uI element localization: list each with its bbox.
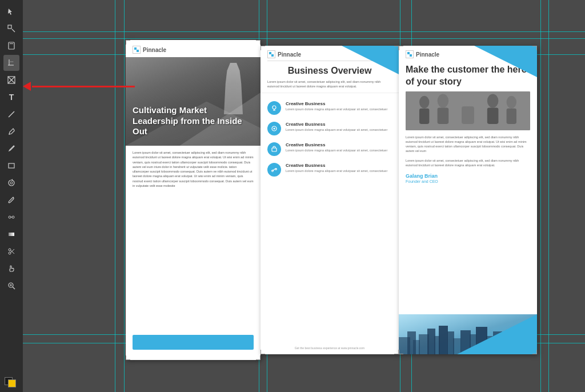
background-color-swatch[interactable]: [8, 379, 16, 387]
p1-header: Pinnacle: [126, 40, 261, 57]
tool-type[interactable]: T: [3, 89, 19, 105]
p1-body-text: Lorem ipsum dolor sit amet, consectetuer…: [133, 150, 254, 188]
tool-blend[interactable]: [3, 209, 19, 225]
page-1: Pinnacle Cultivating Market Leadership f…: [126, 40, 261, 360]
p2-item-text-2: Lorem ipsum dolore magna aliquam erat vo…: [286, 128, 387, 133]
svg-rect-13: [9, 163, 14, 168]
p1-logo: Pinnacle: [133, 46, 166, 54]
tool-zoom[interactable]: [3, 278, 19, 294]
svg-rect-19: [9, 233, 14, 236]
p2-item-title-3: Creative Business: [286, 142, 387, 147]
p1-body: Lorem ipsum dolor sit amet, consectetuer…: [126, 146, 261, 193]
p2-item-text-3: Lorem ipsum dolore magna aliquam erat vo…: [286, 149, 387, 153]
svg-point-36: [274, 127, 275, 129]
p3-logo: Pinnacle: [406, 50, 439, 58]
svg-rect-44: [419, 108, 429, 123]
p1-title-block: Cultivating Market Leadership from the I…: [133, 105, 255, 137]
p2-intro: Lorem ipsum dolor sit amet, consectetuer…: [261, 79, 399, 93]
svg-line-10: [9, 111, 14, 117]
p2-item-2: Creative Business Lorem ipsum dolore mag…: [261, 118, 399, 139]
tool-page[interactable]: [3, 38, 19, 54]
svg-rect-48: [462, 106, 474, 124]
tool-rotate[interactable]: [3, 175, 19, 191]
p3-author-name: Galang Brian: [399, 173, 537, 179]
svg-rect-52: [507, 108, 516, 123]
svg-point-47: [462, 91, 474, 106]
svg-rect-31: [271, 54, 274, 57]
p2-item-text-4: Lorem ipsum dolore magna aliquam erat vo…: [286, 169, 387, 174]
p3-author-title: Founder and CEO: [399, 179, 537, 188]
p2-item-4: Creative Business Lorem ipsum dolore mag…: [261, 159, 399, 180]
guide-h2: [23, 38, 585, 39]
p2-item-title-2: Creative Business: [286, 122, 387, 127]
p1-logo-text: Pinnacle: [143, 47, 166, 53]
tool-pen[interactable]: [3, 123, 19, 139]
p1-cta-button[interactable]: [133, 335, 254, 350]
tool-line[interactable]: [3, 106, 19, 122]
svg-rect-1: [9, 42, 14, 49]
svg-line-12: [13, 146, 14, 147]
p3-body-text2: Lorem ipsum dolor sit amet, consectetuer…: [399, 158, 537, 174]
p3-hero-image: [406, 91, 530, 130]
p2-item-content-3: Creative Business Lorem ipsum dolore mag…: [286, 142, 387, 153]
svg-point-14: [9, 180, 14, 186]
p3-logo-text: Pinnacle: [416, 51, 439, 58]
toolbar: T: [0, 0, 23, 392]
p2-logo-icon: [267, 50, 275, 58]
p1-title: Cultivating Market Leadership from the I…: [133, 105, 255, 137]
svg-rect-30: [269, 52, 271, 54]
svg-rect-37: [272, 148, 277, 151]
tool-gradient[interactable]: [3, 226, 19, 242]
svg-point-49: [487, 94, 499, 107]
canvas-area: Pinnacle Cultivating Market Leadership f…: [23, 0, 585, 392]
svg-point-11: [9, 134, 10, 135]
tool-content[interactable]: [3, 72, 19, 88]
p3-logo-icon: [406, 50, 414, 58]
tool-shape[interactable]: [3, 158, 19, 174]
svg-rect-41: [410, 54, 412, 57]
p3-people-overlay: [406, 91, 530, 130]
svg-point-38: [272, 170, 274, 171]
svg-point-32: [273, 106, 276, 109]
p2-icon-1: [267, 101, 281, 115]
tool-crop[interactable]: [3, 55, 19, 71]
p1-logo-icon: [133, 46, 141, 54]
svg-rect-58: [427, 329, 435, 354]
svg-point-51: [507, 95, 516, 108]
svg-point-39: [275, 168, 277, 170]
svg-rect-60: [439, 326, 448, 354]
p2-icon-4: [267, 163, 281, 177]
guide-h1: [23, 31, 585, 32]
page-3: Pinnacle Make the customer the hero of y…: [399, 46, 537, 354]
svg-point-45: [438, 94, 449, 107]
p2-item-3: Creative Business Lorem ipsum dolore mag…: [261, 139, 399, 159]
p2-triangle-top: [342, 46, 399, 74]
svg-point-16: [9, 216, 11, 218]
p2-item-title-4: Creative Business: [286, 163, 387, 168]
page-2: Pinnacle Business Overview Lorem ipsum d…: [261, 46, 399, 354]
p2-item-content-4: Creative Business Lorem ipsum dolore mag…: [286, 163, 387, 174]
p2-icon-3: [267, 142, 281, 156]
p2-item-text-1: Lorem ipsum dolore magna aliquam erat vo…: [286, 107, 387, 112]
p2-item-content-1: Creative Business Lorem ipsum dolore mag…: [286, 101, 387, 112]
svg-point-17: [12, 216, 14, 218]
tool-eyedropper[interactable]: [3, 192, 19, 208]
guide-v2: [124, 0, 125, 392]
guide-v1: [115, 0, 115, 392]
p2-item-1: Creative Business Lorem ipsum dolore mag…: [261, 98, 399, 118]
svg-rect-50: [487, 107, 499, 123]
svg-rect-29: [137, 50, 139, 52]
tool-select[interactable]: [3, 3, 19, 19]
tool-hand[interactable]: [3, 261, 19, 277]
p2-logo-text: Pinnacle: [278, 51, 301, 58]
svg-rect-28: [134, 47, 137, 50]
svg-rect-6: [13, 61, 15, 67]
p3-body-text1: Lorem ipsum dolor sit amet, consectetuer…: [399, 135, 537, 158]
tool-pencil[interactable]: [3, 141, 19, 157]
tool-scissors[interactable]: [3, 243, 19, 259]
guide-v8: [548, 0, 549, 392]
svg-rect-2: [10, 43, 13, 44]
tool-direct-select[interactable]: [3, 21, 19, 37]
p2-footer: Get the best business experience at www.…: [261, 346, 399, 350]
svg-point-15: [10, 182, 13, 184]
